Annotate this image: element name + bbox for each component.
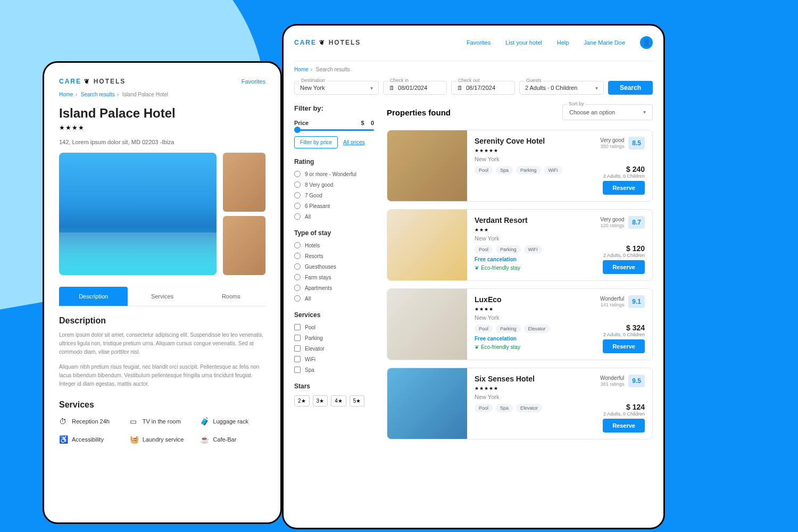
star-filter-button[interactable]: 3★ — [313, 395, 328, 406]
free-cancel-label: Free cancelation — [475, 336, 550, 342]
checkin-field[interactable]: Check in 🗓08/01/2024 — [383, 81, 447, 95]
breadcrumb-search[interactable]: Search results — [81, 92, 115, 97]
rating-label: Wonderful141 ratings — [600, 295, 624, 309]
filter-option[interactable]: 7 Good — [294, 192, 374, 198]
sort-field[interactable]: Sort by Choose an option ▾ — [562, 104, 653, 120]
radio-icon — [294, 263, 301, 270]
amenity-tag: Pool — [475, 245, 493, 254]
hero-thumb-1[interactable] — [223, 153, 265, 212]
breadcrumb-current: Island Palace Hotel — [122, 92, 168, 97]
services-filter-title: Services — [294, 311, 374, 319]
filter-option[interactable]: WiFi — [294, 356, 374, 362]
search-button[interactable]: Search — [608, 81, 653, 95]
breadcrumb-home[interactable]: Home — [59, 92, 73, 97]
filter-option[interactable]: 9 or more - Wonderful — [294, 171, 374, 177]
results-title: Properties found — [387, 108, 451, 117]
eco-label: ❦Eco-friendly stay — [475, 265, 542, 271]
filter-price-button[interactable]: Filter by price — [294, 136, 338, 148]
property-image[interactable] — [387, 368, 467, 439]
all-prices-link[interactable]: All prices — [343, 139, 365, 145]
radio-icon — [294, 253, 301, 259]
price-slider[interactable] — [294, 129, 374, 131]
nav-user[interactable]: Jane Marie Doe — [584, 39, 625, 46]
nav-favorites[interactable]: Favorites — [242, 78, 265, 85]
filter-option[interactable]: Guesthouses — [294, 263, 374, 270]
avatar-icon[interactable]: 👤 — [640, 36, 653, 49]
nav-help[interactable]: Help — [557, 39, 569, 46]
filter-option[interactable]: All — [294, 295, 374, 302]
property-name[interactable]: LuxEco — [475, 295, 550, 304]
amenity-tag: Pool — [475, 325, 493, 333]
rating-score: 9.1 — [628, 295, 645, 308]
guests-field[interactable]: Guests 2 Adults · 0 Children▾ — [519, 81, 604, 95]
star-filter-button[interactable]: 4★ — [331, 395, 346, 406]
stay-filter-title: Type of stay — [294, 229, 374, 237]
amenity-tag: Elevator — [516, 404, 542, 412]
checkout-field[interactable]: Check out 🗓08/17/2024 — [451, 81, 515, 95]
filter-option[interactable]: Resorts — [294, 253, 374, 259]
tab-rooms[interactable]: Rooms — [197, 287, 265, 306]
radio-icon — [294, 203, 301, 209]
nav-list-hotel[interactable]: List your hotel — [505, 39, 542, 46]
reserve-button[interactable]: Reserve — [603, 419, 645, 433]
property-name[interactable]: Six Senses Hotel — [475, 375, 542, 383]
filter-option[interactable]: Parking — [294, 335, 374, 341]
amenity-tags: PoolSpaElevator — [475, 404, 542, 412]
tab-services[interactable]: Services — [128, 287, 196, 306]
logo[interactable]: CARE ❦ HOTELS — [59, 78, 126, 85]
destination-field[interactable]: Destination New York▾ — [294, 81, 379, 95]
rating-score: 9.5 — [628, 375, 645, 387]
radio-icon — [294, 242, 301, 248]
reserve-button[interactable]: Reserve — [603, 260, 645, 274]
service-item: ▭TV in the room — [130, 417, 195, 426]
checkbox-icon — [294, 335, 301, 341]
header: CARE ❦ HOTELS Favorites — [59, 78, 265, 85]
radio-icon — [294, 274, 301, 280]
service-item: ⏱Reception 24h — [59, 417, 124, 426]
filter-option[interactable]: 6 Pleasant — [294, 203, 374, 209]
service-icon: ▭ — [130, 417, 138, 426]
service-label: Accessibility — [72, 436, 104, 443]
hero-thumb-2[interactable] — [223, 216, 265, 275]
filter-option[interactable]: Apartments — [294, 285, 374, 291]
service-label: Reception 24h — [72, 418, 110, 425]
radio-icon — [294, 192, 301, 198]
filter-option[interactable]: All — [294, 213, 374, 220]
filter-option[interactable]: 8 Very good — [294, 181, 374, 188]
filter-option[interactable]: Spa — [294, 367, 374, 373]
nav-favorites-r[interactable]: Favorites — [467, 39, 491, 46]
filter-option[interactable]: Elevator — [294, 345, 374, 352]
breadcrumb-right: Home› Search results — [294, 66, 653, 72]
amenity-tag: Pool — [475, 166, 493, 174]
leaf-icon: ❦ — [475, 344, 479, 350]
reserve-button[interactable]: Reserve — [603, 181, 645, 195]
star-filter-button[interactable]: 5★ — [350, 395, 365, 406]
service-icon: ⏱ — [59, 417, 68, 426]
filter-option[interactable]: Farm stays — [294, 274, 374, 280]
hero-main-image[interactable] — [59, 153, 217, 275]
tab-description[interactable]: Description — [59, 287, 128, 306]
reserve-button[interactable]: Reserve — [603, 339, 645, 353]
filter-option[interactable]: Hotels — [294, 242, 374, 248]
property-name[interactable]: Verdant Resort — [475, 216, 542, 225]
rating-filter-title: Rating — [294, 158, 374, 165]
property-stars: ★★★ — [475, 227, 542, 232]
property-name[interactable]: Serenity Cove Hotel — [475, 137, 562, 145]
property-card: LuxEco★★★★New YorkPoolParkingElevatorFre… — [387, 288, 653, 360]
breadcrumb-home-r[interactable]: Home — [294, 66, 309, 72]
logo-right[interactable]: CARE ❦ HOTELS — [294, 39, 361, 46]
hotel-detail-card: CARE ❦ HOTELS Favorites Home› Search res… — [43, 61, 282, 524]
service-item: 🧳Luggage rack — [200, 417, 265, 426]
service-icon: ♿ — [59, 435, 68, 444]
free-cancel-label: Free cancelation — [475, 256, 542, 262]
radio-icon — [294, 285, 301, 291]
filter-option[interactable]: Pool — [294, 324, 374, 330]
property-stars: ★★★★★ — [475, 148, 562, 153]
property-image[interactable] — [387, 210, 467, 280]
property-image[interactable] — [387, 289, 467, 360]
amenity-tag: Pool — [475, 404, 493, 412]
hotel-title: Island Palace Hotel — [59, 106, 265, 121]
search-results-card: CARE ❦ HOTELS Favorites List your hotel … — [282, 24, 665, 529]
star-filter-button[interactable]: 2★ — [294, 395, 310, 406]
property-image[interactable] — [387, 130, 467, 201]
